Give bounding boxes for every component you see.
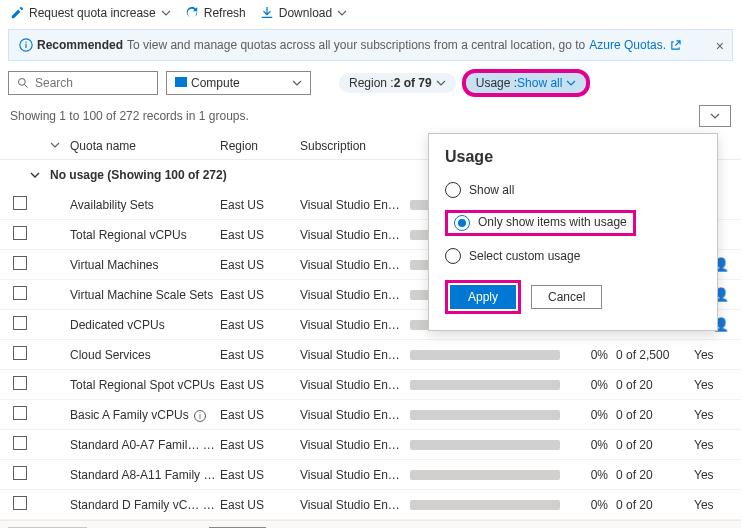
row-checkbox[interactable] (13, 346, 27, 360)
refresh-button[interactable]: Refresh (185, 6, 246, 20)
table-row[interactable]: Standard D Family vC… iEast USVisual Stu… (0, 490, 741, 520)
adjustable-cell: Yes (694, 468, 734, 482)
subscription-cell: Visual Studio En… (300, 438, 410, 452)
adjustable-cell: Yes (694, 378, 734, 392)
radio-label: Show all (469, 183, 514, 197)
col-quota-name[interactable]: Quota name (70, 139, 220, 153)
svg-rect-1 (25, 44, 26, 48)
chevron-down-icon (292, 78, 302, 88)
region-filter-pill[interactable]: Region : 2 of 79 (339, 73, 456, 93)
svg-point-3 (19, 79, 26, 86)
search-field[interactable] (35, 76, 149, 90)
radio-label: Only show items with usage (478, 215, 627, 231)
recommend-text: To view and manage quotas across all you… (127, 38, 585, 52)
row-checkbox[interactable] (13, 256, 27, 270)
view-options-button[interactable] (699, 105, 731, 127)
quota-name: Virtual Machines (70, 258, 220, 272)
provider-select[interactable]: Compute (166, 71, 311, 95)
apply-button[interactable]: Apply (450, 285, 516, 309)
region-cell: East US (220, 288, 300, 302)
table-row[interactable]: Cloud Services East USVisual Studio En…0… (0, 340, 741, 370)
quota-name: Standard A8-A11 Family … (70, 468, 220, 482)
region-cell: East US (220, 348, 300, 362)
table-row[interactable]: Basic A Family vCPUs iEast USVisual Stud… (0, 400, 741, 430)
usage-filter-label: Usage : (476, 76, 517, 90)
radio-only-usage[interactable]: Only show items with usage (445, 204, 701, 242)
usage-bar (410, 380, 560, 390)
chevron-down-icon[interactable] (50, 140, 60, 150)
col-subscription[interactable]: Subscription (300, 139, 410, 153)
radio-icon (445, 248, 461, 264)
row-checkbox[interactable] (13, 226, 27, 240)
refresh-icon (185, 6, 199, 20)
chevron-down-icon (161, 8, 171, 18)
row-checkbox[interactable] (13, 376, 27, 390)
recommendation-banner: Recommended To view and manage quotas ac… (8, 29, 733, 61)
region-cell: East US (220, 258, 300, 272)
info-icon: i (205, 500, 217, 512)
usage-filter-value: Show all (517, 76, 562, 90)
quota-name: Standard D Family vC… i (70, 498, 220, 512)
radio-custom[interactable]: Select custom usage (445, 242, 701, 270)
table-row[interactable]: Standard A0-A7 Famil… iEast USVisual Stu… (0, 430, 741, 460)
usage-bar (410, 500, 560, 510)
row-checkbox[interactable] (13, 436, 27, 450)
download-label: Download (279, 6, 332, 20)
recommend-title: Recommended (37, 38, 123, 52)
usage-percent: 0% (570, 498, 616, 512)
usage-percent: 0% (570, 378, 616, 392)
search-input[interactable] (8, 71, 158, 95)
usage-percent: 0% (570, 438, 616, 452)
command-bar: Request quota increase Refresh Download (0, 0, 741, 27)
row-checkbox[interactable] (13, 406, 27, 420)
region-cell: East US (220, 468, 300, 482)
subscription-cell: Visual Studio En… (300, 228, 410, 242)
usage-bar (410, 350, 560, 360)
quota-name: Availability Sets (70, 198, 220, 212)
row-checkbox[interactable] (13, 196, 27, 210)
quota-name: Total Regional vCPUs (70, 228, 220, 242)
quota-cell: 0 of 20 (616, 378, 694, 392)
request-quota-increase-button[interactable]: Request quota increase (10, 6, 171, 20)
region-filter-value: 2 of 79 (394, 76, 432, 90)
usage-bar (410, 470, 560, 480)
edit-icon (10, 6, 24, 20)
quota-cell: 0 of 20 (616, 408, 694, 422)
row-checkbox[interactable] (13, 286, 27, 300)
row-checkbox[interactable] (13, 466, 27, 480)
info-icon: i (205, 440, 217, 452)
quota-name: Standard A0-A7 Famil… i (70, 438, 220, 452)
quota-name: Virtual Machine Scale Sets (70, 288, 220, 302)
radio-icon (445, 182, 461, 198)
azure-quotas-link[interactable]: Azure Quotas. (589, 38, 666, 52)
table-row[interactable]: Total Regional Spot vCPUs East USVisual … (0, 370, 741, 400)
svg-line-4 (25, 85, 28, 88)
adjustable-cell: Yes (694, 408, 734, 422)
compute-icon (175, 77, 187, 87)
popup-title: Usage (445, 148, 701, 166)
cancel-button[interactable]: Cancel (531, 285, 602, 309)
subscription-cell: Visual Studio En… (300, 288, 410, 302)
region-cell: East US (220, 198, 300, 212)
request-label: Request quota increase (29, 6, 156, 20)
region-cell: East US (220, 438, 300, 452)
table-row[interactable]: Standard A8-A11 Family … East USVisual S… (0, 460, 741, 490)
usage-filter-popup: Usage Show all Only show items with usag… (428, 133, 718, 331)
close-icon[interactable]: × (716, 38, 724, 54)
usage-filter-pill[interactable]: Usage : Show all (464, 71, 589, 95)
quota-cell: 0 of 20 (616, 498, 694, 512)
region-filter-label: Region : (349, 76, 394, 90)
usage-percent: 0% (570, 408, 616, 422)
subscription-cell: Visual Studio En… (300, 378, 410, 392)
chevron-down-icon (436, 78, 446, 88)
row-checkbox[interactable] (13, 496, 27, 510)
radio-show-all[interactable]: Show all (445, 176, 701, 204)
info-icon: i (194, 410, 206, 422)
row-checkbox[interactable] (13, 316, 27, 330)
region-cell: East US (220, 318, 300, 332)
quota-name: Cloud Services (70, 348, 220, 362)
quota-cell: 0 of 20 (616, 468, 694, 482)
col-region[interactable]: Region (220, 139, 300, 153)
download-button[interactable]: Download (260, 6, 347, 20)
adjustable-cell: Yes (694, 438, 734, 452)
